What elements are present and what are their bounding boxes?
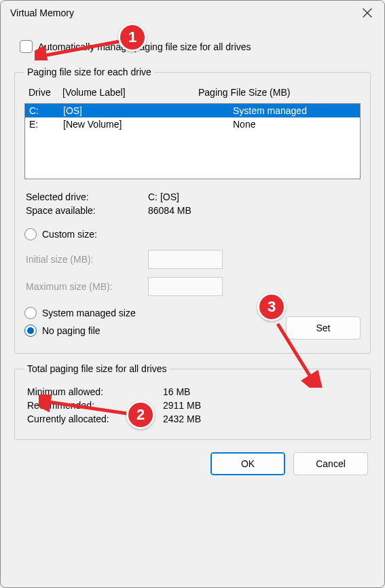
window-title: Virtual Memory — [10, 7, 350, 18]
virtual-memory-dialog: Virtual Memory Automatically manage pagi… — [0, 0, 385, 588]
drives-legend: Paging file size for each drive — [24, 67, 154, 77]
auto-manage-checkbox[interactable] — [20, 40, 33, 53]
selected-drive-label: Selected drive: — [26, 191, 148, 202]
maximum-size-label: Maximum size (MB): — [26, 281, 148, 292]
annotation-badge-2: 2 — [126, 401, 155, 429]
drive-row[interactable]: E: [New Volume] None — [25, 117, 360, 131]
custom-size-radio[interactable] — [24, 228, 37, 240]
system-managed-radio[interactable] — [24, 307, 37, 319]
set-button[interactable]: Set — [286, 316, 361, 339]
drive-table-header: Drive [Volume Label] Paging File Size (M… — [24, 84, 361, 100]
size-inputs: Initial size (MB): Maximum size (MB): — [26, 246, 361, 300]
close-button[interactable] — [350, 1, 384, 25]
drives-group: Paging file size for each drive Drive [V… — [14, 67, 371, 354]
drive-volume-label: [New Volume] — [63, 119, 226, 130]
custom-size-row: Custom size: — [24, 225, 361, 243]
dialog-footer: OK Cancel — [14, 449, 371, 475]
annotation-badge-1: 1 — [118, 23, 147, 52]
drive-paging-size: None — [226, 119, 356, 130]
selected-drive-value: C: [OS] — [148, 191, 361, 202]
header-drive: Drive — [29, 87, 62, 98]
dialog-content: Automatically manage paging file size fo… — [1, 25, 384, 488]
totals-legend: Total paging file size for all drives — [24, 363, 169, 374]
initial-size-input[interactable] — [148, 250, 223, 269]
system-managed-label: System managed size — [42, 308, 136, 318]
drive-paging-size: System managed — [226, 105, 356, 116]
drive-row[interactable]: C: [OS] System managed — [25, 104, 360, 117]
space-available-value: 86084 MB — [148, 205, 361, 216]
no-paging-label: No paging file — [42, 325, 100, 336]
minimum-allowed-value: 16 MB — [163, 386, 358, 397]
space-available-label: Space available: — [26, 205, 148, 216]
initial-size-label: Initial size (MB): — [26, 254, 148, 265]
recommended-value: 2911 MB — [163, 400, 358, 411]
no-paging-radio[interactable] — [24, 325, 37, 337]
totals-group: Total paging file size for all drives Mi… — [14, 363, 371, 440]
drive-letter: C: — [29, 105, 63, 116]
auto-manage-row: Automatically manage paging file size fo… — [14, 31, 371, 62]
header-paging-size: Paging File Size (MB) — [198, 87, 356, 98]
maximum-size-input[interactable] — [148, 277, 223, 296]
selected-drive-info: Selected drive: C: [OS] Space available:… — [26, 190, 361, 217]
close-icon — [363, 8, 372, 18]
drive-letter: E: — [29, 119, 63, 130]
ok-button[interactable]: OK — [210, 452, 285, 475]
drive-table: C: [OS] System managed E: [New Volume] N… — [24, 103, 361, 179]
drive-rows[interactable]: C: [OS] System managed E: [New Volume] N… — [25, 104, 360, 179]
drive-volume-label: [OS] — [63, 105, 226, 116]
currently-allocated-value: 2432 MB — [163, 414, 358, 424]
header-volume-label: [Volume Label] — [62, 87, 198, 98]
titlebar: Virtual Memory — [1, 1, 384, 25]
cancel-button[interactable]: Cancel — [293, 452, 368, 475]
annotation-badge-3: 3 — [257, 293, 286, 321]
custom-size-label: Custom size: — [42, 229, 97, 240]
minimum-allowed-label: Minimum allowed: — [27, 386, 163, 397]
